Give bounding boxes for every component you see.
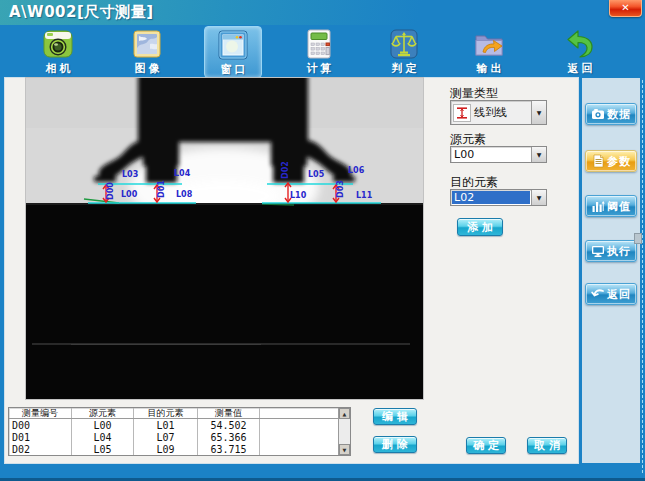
cell-target: L07 xyxy=(134,431,198,443)
edit-button[interactable]: 编辑 xyxy=(373,408,417,425)
toolbar-label: 输出 xyxy=(474,61,505,76)
chevron-down-icon[interactable]: ▼ xyxy=(531,147,546,162)
camera-icon xyxy=(42,28,74,60)
table-row[interactable]: D02 L05 L09 63.715 xyxy=(9,443,338,455)
table-header-id: 测量编号 xyxy=(9,408,72,418)
data-button[interactable]: 数据 xyxy=(585,103,637,125)
measure-type-select[interactable]: 线到线 ▼ xyxy=(450,100,547,125)
scroll-up-icon[interactable]: ▲ xyxy=(339,408,350,419)
cell-id: D00 xyxy=(9,419,72,431)
table-header-target: 目的元素 xyxy=(134,408,198,418)
dimension-label: D02 xyxy=(282,161,290,179)
side-button-label: 执行 xyxy=(607,244,631,259)
line-label: L10 xyxy=(290,192,306,200)
side-button-label: 返回 xyxy=(607,287,631,302)
side-button-label: 数据 xyxy=(607,107,631,122)
toolbar-button-camera[interactable]: 相机 xyxy=(29,26,87,78)
table-row[interactable]: D01 L04 L07 65.366 xyxy=(9,431,338,443)
threshold-button[interactable]: 阈值 xyxy=(585,195,637,217)
table-scrollbar[interactable]: ▲ ▼ xyxy=(338,408,350,455)
document-icon xyxy=(591,154,605,168)
line-label: L00 xyxy=(121,191,137,199)
toolbar-label: 相机 xyxy=(43,61,74,76)
table-header-extra xyxy=(260,408,338,418)
window-border xyxy=(642,80,643,473)
toolbar-label: 窗口 xyxy=(218,62,249,77)
line-label: L04 xyxy=(174,170,190,178)
table-header-value: 测量值 xyxy=(198,408,260,418)
cell-target: L01 xyxy=(134,419,198,431)
window-title: A\W002[尺寸测量] xyxy=(9,3,154,22)
toolbar-button-window[interactable]: 窗口 xyxy=(204,26,262,78)
cell-value: 65.366 xyxy=(198,431,260,443)
toolbar-button-output[interactable]: 输出 xyxy=(460,26,518,78)
toolbar-label: 判定 xyxy=(389,61,420,76)
ok-button[interactable]: 确定 xyxy=(466,437,506,454)
side-button-strip xyxy=(582,78,640,463)
return-arrow-icon xyxy=(591,287,605,301)
toolbar-label: 返回 xyxy=(565,61,596,76)
chevron-down-icon[interactable]: ▼ xyxy=(531,190,546,205)
cell-extra xyxy=(260,443,338,455)
line-label: L08 xyxy=(176,191,192,199)
source-element-value: L00 xyxy=(451,148,531,161)
side-button-label: 参数 xyxy=(607,154,631,169)
app-window: A\W002[尺寸测量] ✕ 相机 图像 xyxy=(0,0,645,481)
execute-button[interactable]: 执行 xyxy=(585,240,637,262)
window-icon xyxy=(217,29,249,61)
titlebar[interactable]: A\W002[尺寸测量] xyxy=(0,0,645,25)
params-button[interactable]: 参数 xyxy=(585,150,637,172)
return-button[interactable]: 返回 xyxy=(585,283,637,305)
cell-source: L05 xyxy=(72,443,134,455)
table-header-source: 源元素 xyxy=(72,408,134,418)
close-button[interactable]: ✕ xyxy=(609,0,642,17)
cancel-button[interactable]: 取消 xyxy=(527,437,567,454)
table-row[interactable]: D00 L00 L01 54.502 xyxy=(9,419,338,431)
line-label: L03 xyxy=(122,171,138,179)
calculator-icon xyxy=(303,28,335,60)
line-label: L06 xyxy=(348,167,364,175)
target-element-value: L02 xyxy=(452,191,530,204)
toolbar-button-image[interactable]: 图像 xyxy=(118,26,176,78)
toolbar-button-return[interactable]: 返回 xyxy=(551,26,609,78)
toolbar-button-judge[interactable]: 判定 xyxy=(375,26,433,78)
cell-value: 54.502 xyxy=(198,419,260,431)
cell-value: 63.715 xyxy=(198,443,260,455)
cell-source: L00 xyxy=(72,419,134,431)
camera-small-icon xyxy=(591,107,605,121)
target-element-select[interactable]: L02 ▼ xyxy=(450,189,547,206)
dimension-label: D03 xyxy=(337,180,345,198)
toolbar-button-calculate[interactable]: 计算 xyxy=(290,26,348,78)
line-label: L11 xyxy=(356,192,372,200)
scales-icon xyxy=(388,28,420,60)
export-icon xyxy=(473,28,505,60)
dimension-label: D00 xyxy=(107,182,115,200)
measurement-scene xyxy=(26,78,423,399)
toolbar-label: 图像 xyxy=(132,61,163,76)
source-element-select[interactable]: L00 ▼ xyxy=(450,146,547,163)
cell-id: D02 xyxy=(9,443,72,455)
delete-button[interactable]: 删除 xyxy=(373,436,417,453)
line-label: L05 xyxy=(308,171,324,179)
side-button-label: 阈值 xyxy=(607,199,631,214)
cell-target: L09 xyxy=(134,443,198,455)
back-icon xyxy=(564,28,596,60)
camera-image-view[interactable]: L03 L04 L00 L08 L05 L06 L10 L11 D00 D01 … xyxy=(26,78,423,399)
toolbar-label: 计算 xyxy=(304,61,335,76)
monitor-icon xyxy=(591,244,605,258)
resize-grip[interactable] xyxy=(634,233,642,244)
scroll-down-icon[interactable]: ▼ xyxy=(339,444,350,455)
chevron-down-icon[interactable]: ▼ xyxy=(531,101,546,124)
cell-id: D01 xyxy=(9,431,72,443)
content-panel: L03 L04 L00 L08 L05 L06 L10 L11 D00 D01 … xyxy=(5,78,578,463)
add-button[interactable]: 添加 xyxy=(457,218,503,236)
measure-type-value: 线到线 xyxy=(471,105,531,120)
image-icon xyxy=(131,28,163,60)
cell-source: L04 xyxy=(72,431,134,443)
table-header-row: 测量编号 源元素 目的元素 测量值 xyxy=(9,408,338,419)
threshold-icon xyxy=(591,199,605,213)
dimension-label: D01 xyxy=(158,180,166,198)
cell-extra xyxy=(260,431,338,443)
line-to-line-icon xyxy=(453,104,471,122)
cell-extra xyxy=(260,419,338,431)
